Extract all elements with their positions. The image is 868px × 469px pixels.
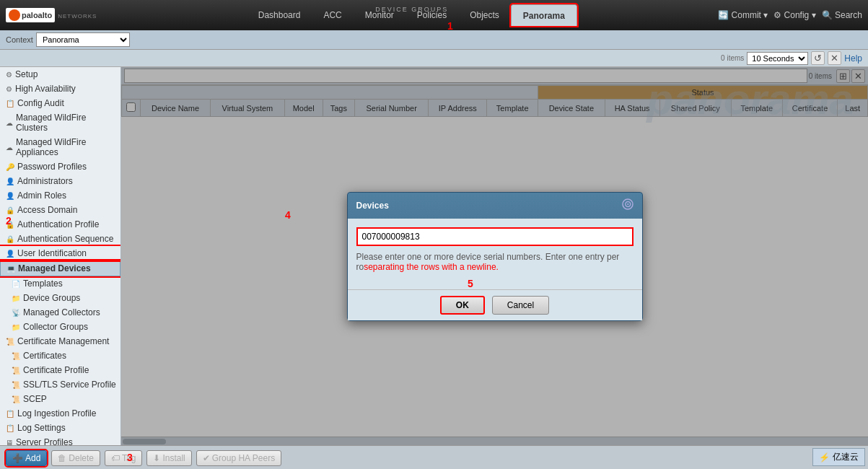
sidebar-item-access-domain[interactable]: 🔒 Access Domain — [0, 203, 120, 217]
wf-clusters-icon: ☁ — [6, 119, 13, 127]
search-button[interactable]: 🔍 Search — [822, 10, 862, 20]
modal-hint-highlight: separating the rows with a newline. — [364, 262, 499, 272]
cert-mgmt-icon: 📜 — [6, 338, 14, 346]
sidebar-item-label: Server Profiles — [16, 437, 73, 445]
refresh-interval[interactable]: 10 Seconds — [747, 52, 808, 65]
modal-ok-button[interactable]: OK — [440, 296, 485, 315]
items-count: 0 items — [721, 54, 744, 62]
tab-acc[interactable]: ACC — [312, 4, 353, 26]
templates-icon: 📄 — [12, 280, 20, 288]
modal-hint: Please enter one or more device serial n… — [356, 252, 634, 272]
ssl-icon: 📜 — [12, 381, 20, 389]
top-right: 🔄 Commit ▾ ⚙ Config ▾ 🔍 Search — [718, 10, 862, 20]
sidebar-item-ssl-tls[interactable]: 📜 SSL/TLS Service Profile — [0, 377, 120, 392]
nav-area: DEVICE GROUPS Dashboard ACC Monitor Poli… — [105, 4, 718, 26]
logo-networks: NETWORKS — [58, 13, 97, 19]
logo-brand-text: paloalto — [22, 11, 52, 19]
access-icon: 🔒 — [6, 206, 14, 214]
sidebar-item-label: Certificate Management — [17, 336, 109, 346]
modal-body: Please enter one or more device serial n… — [348, 219, 642, 289]
tab-dashboard[interactable]: Dashboard — [247, 4, 312, 26]
sidebar-item-device-groups[interactable]: 📁 Device Groups — [0, 291, 120, 305]
sidebar-item-config-audit[interactable]: 📋 Config Audit — [0, 96, 120, 110]
close-circle-icon: ⊙ — [622, 198, 634, 210]
sidebar-item-managed-wildfire-clusters[interactable]: ☁ Managed WildFire Clusters — [0, 110, 120, 135]
install-label: Install — [162, 453, 185, 463]
collector-groups-icon: 📁 — [12, 323, 20, 331]
setup-icon: ⚙ — [6, 71, 12, 79]
sidebar-item-label: Managed WildFire Clusters — [16, 113, 116, 133]
sidebar-item-label: Config Audit — [17, 98, 64, 108]
sidebar-item-authentication-sequence[interactable]: 🔒 Authentication Sequence — [0, 232, 120, 246]
sidebar-item-label: Setup — [15, 69, 38, 79]
serial-number-input[interactable] — [356, 227, 634, 246]
admin-icon: 👤 — [6, 177, 14, 185]
config-button[interactable]: ⚙ Config ▾ — [773, 10, 815, 20]
sidebar-item-authentication-profile[interactable]: 🔒 Authentication Profile — [0, 217, 120, 232]
sidebar: ⚙ Setup ⚙ High Availability 📋 Config Aud… — [0, 67, 121, 445]
sidebar-item-templates[interactable]: 📄 Templates — [0, 276, 120, 291]
add-label: Add — [25, 453, 40, 463]
sidebar-item-password-profiles[interactable]: 🔑 Password Profiles — [0, 159, 120, 174]
sidebar-item-server-profiles[interactable]: 🖥 Server Profiles — [0, 435, 120, 445]
sidebar-item-admin-roles[interactable]: 👤 Admin Roles — [0, 188, 120, 203]
sidebar-item-administrators[interactable]: 👤 Administrators — [0, 174, 120, 188]
group-ha-peers-icon: ✔ — [203, 453, 210, 463]
modal-cancel-button[interactable]: Cancel — [492, 296, 549, 315]
sidebar-item-user-identification[interactable]: 👤 User Identification — [0, 246, 120, 260]
modal-header: Devices ⊙ — [348, 193, 642, 219]
logo: paloalto NETWORKS — [6, 8, 97, 22]
install-icon: ⬇ — [153, 453, 160, 463]
settings-button[interactable]: ✕ — [828, 51, 841, 65]
widget-label: 亿速云 — [833, 451, 859, 463]
delete-button[interactable]: 🗑 Delete — [51, 450, 100, 466]
sidebar-item-label: Device Groups — [23, 293, 80, 303]
modal-title: Devices — [356, 201, 389, 211]
sidebar-item-log-ingestion-profile[interactable]: 📋 Log Ingestion Profile — [0, 406, 120, 421]
modal-close-button[interactable]: ⊙ — [622, 198, 634, 213]
sidebar-item-setup[interactable]: ⚙ Setup — [0, 67, 120, 82]
step3-marker: 3 — [127, 452, 133, 463]
sidebar-item-label: Password Profiles — [17, 162, 87, 172]
delete-icon: 🗑 — [58, 453, 66, 463]
sidebar-item-high-availability[interactable]: ⚙ High Availability — [0, 82, 120, 96]
modal-overlay: Devices ⊙ Please enter one or more devic… — [121, 67, 868, 445]
sidebar-item-label: Managed Collectors — [23, 307, 100, 317]
add-icon: ➕ — [12, 453, 23, 463]
step1-marker: 1 — [447, 20, 453, 32]
sidebar-item-certificates[interactable]: 📜 Certificates — [0, 349, 120, 363]
sidebar-item-label: SCEP — [23, 394, 47, 404]
sidebar-item-label: Log Settings — [17, 423, 66, 433]
sidebar-item-label: Certificates — [23, 351, 66, 361]
sidebar-item-managed-collectors[interactable]: 📡 Managed Collectors — [0, 305, 120, 320]
context-label: Context — [6, 35, 33, 44]
context-select[interactable]: Panorama — [36, 32, 130, 47]
sidebar-item-certificate-management[interactable]: 📜 Certificate Management — [0, 334, 120, 349]
sidebar-item-scep[interactable]: 📜 SCEP — [0, 392, 120, 406]
group-ha-peers-button[interactable]: ✔ Group HA Peers — [196, 450, 281, 466]
bottom-right-widget: ⚡ 亿速云 — [812, 448, 865, 466]
ha-icon: ⚙ — [6, 85, 12, 93]
sidebar-item-managed-devices[interactable]: 💻 Managed Devices — [0, 260, 120, 276]
tab-objects[interactable]: Objects — [458, 4, 511, 26]
devices-modal: Devices ⊙ Please enter one or more devic… — [347, 192, 643, 321]
tab-panorama[interactable]: Panorama — [511, 4, 577, 26]
device-groups-label: DEVICE GROUPS — [375, 6, 448, 13]
sidebar-item-log-settings[interactable]: 📋 Log Settings — [0, 421, 120, 435]
add-button[interactable]: ➕ Add — [6, 450, 47, 466]
auth-seq-icon: 🔒 — [6, 235, 14, 243]
sidebar-item-managed-wildfire-appliances[interactable]: ☁ Managed WildFire Appliances — [0, 135, 120, 159]
sidebar-item-collector-groups[interactable]: 📁 Collector Groups — [0, 320, 120, 334]
refresh-button[interactable]: ↺ — [811, 51, 825, 65]
help-link[interactable]: Help — [844, 53, 862, 63]
install-button[interactable]: ⬇ Install — [146, 450, 191, 466]
svg-text:⊙: ⊙ — [624, 199, 631, 209]
commit-button[interactable]: 🔄 Commit ▾ — [718, 10, 768, 20]
content-area: panorama 0 items ⊞ ✕ Status Device Name — [121, 67, 868, 445]
sidebar-item-label: Collector Groups — [23, 322, 88, 332]
wf-appliances-icon: ☁ — [6, 144, 13, 152]
sidebar-item-certificate-profile[interactable]: 📜 Certificate Profile — [0, 363, 120, 377]
cert-profile-icon: 📜 — [12, 367, 20, 374]
tag-button[interactable]: 🏷 Tag — [105, 450, 142, 466]
certs-icon: 📜 — [12, 352, 20, 360]
